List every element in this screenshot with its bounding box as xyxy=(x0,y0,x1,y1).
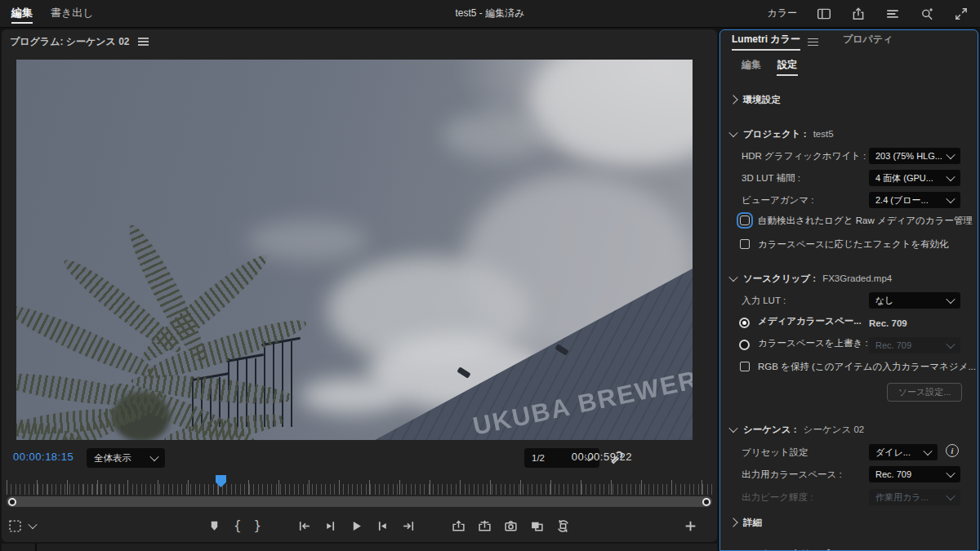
output-peak-label: 出力ピーク輝度 : xyxy=(742,488,813,506)
subtab-edit[interactable]: 編集 xyxy=(742,58,761,72)
timeline-panel-sliver xyxy=(2,544,717,551)
cloud xyxy=(530,60,693,166)
chevron-down-icon xyxy=(728,548,737,551)
section-sequence[interactable]: シーケンス :シーケンス 02 xyxy=(730,420,864,438)
video-frame[interactable]: UKUBA BREWERY xyxy=(16,60,693,440)
override-colorspace-radio[interactable] xyxy=(739,340,750,350)
viewer-gamma-label: ビューアガンマ : xyxy=(742,191,814,209)
hdr-white-dropdown[interactable]: 203 (75% HLG... xyxy=(869,148,960,164)
transport-controls: { } xyxy=(2,513,717,539)
chevron-down-icon xyxy=(728,128,737,137)
viewer-gamma-dropdown[interactable]: 2.4 (ブロー... xyxy=(869,192,960,208)
current-timecode[interactable]: 00:00:18:15 xyxy=(13,451,74,463)
multicam-icon[interactable] xyxy=(556,519,570,533)
export-frame-icon[interactable] xyxy=(504,519,518,533)
section-sequence-clip[interactable]: シーケンスクリップ : FX3Graded.mp4 xyxy=(730,544,910,551)
mark-out-icon[interactable]: } xyxy=(254,519,262,533)
colorspace-effects-label: カラースペースに応じたエフェクトを有効化 xyxy=(758,238,949,251)
media-colorspace-value: Rec. 709 xyxy=(869,314,907,332)
extract-icon[interactable] xyxy=(478,519,492,533)
tab-lumetri-color[interactable]: Lumetri カラー xyxy=(732,33,800,47)
mark-in-icon[interactable]: { xyxy=(234,519,242,533)
panel-menu-icon[interactable] xyxy=(808,36,818,48)
go-to-out-icon[interactable] xyxy=(402,519,416,533)
auto-log-raw-checkbox[interactable] xyxy=(740,216,750,225)
tab-export-mode[interactable]: 書き出し xyxy=(51,0,94,26)
safe-margins-icon[interactable] xyxy=(8,519,22,533)
media-colorspace-label: メディアカラースペー... xyxy=(758,314,862,327)
input-lut-label: 入力 LUT : xyxy=(742,291,786,309)
scrollbar-right-handle[interactable] xyxy=(702,498,710,506)
app-top-bar: test5 - 編集済み 編集 書き出し カラー xyxy=(0,0,980,28)
chevron-down-icon xyxy=(728,273,737,282)
playhead[interactable] xyxy=(216,475,226,487)
monitor-time-ruler[interactable] xyxy=(7,477,712,495)
scrollbar-left-handle[interactable] xyxy=(8,498,16,506)
app-window: test5 - 編集済み 編集 書き出し カラー プログラム: シーケンス 02 xyxy=(0,0,980,551)
panel-menu-icon[interactable] xyxy=(138,36,149,48)
lift-icon[interactable] xyxy=(452,519,466,533)
duration-timecode: 00:00:59:22 xyxy=(572,451,632,463)
tab-edit-mode[interactable]: 編集 xyxy=(11,0,33,26)
workspace-icon[interactable] xyxy=(817,7,831,21)
step-forward-icon[interactable] xyxy=(376,519,390,533)
settings-lines-icon[interactable] xyxy=(885,7,900,21)
tab-properties[interactable]: プロパティ xyxy=(843,33,893,47)
chevron-down-icon xyxy=(728,424,737,433)
colorspace-effects-checkbox[interactable] xyxy=(740,239,750,249)
cloud xyxy=(301,379,402,413)
workspace-label[interactable]: カラー xyxy=(767,7,797,20)
auto-log-raw-label: 自動検出されたログと Raw メディアのカラー管理 xyxy=(758,214,973,227)
fullscreen-icon[interactable] xyxy=(954,7,969,21)
section-project[interactable]: プロジェクト :test5 xyxy=(730,125,834,143)
share-icon[interactable] xyxy=(851,7,866,21)
output-peak-dropdown: 作業用カラ... xyxy=(869,489,960,505)
program-monitor-panel: プログラム: シーケンス 02 UKUBA BREWERY xyxy=(2,29,717,542)
hdr-white-label: HDR グラフィックホワイト : xyxy=(742,147,866,165)
info-icon[interactable]: i xyxy=(946,444,959,457)
step-back-icon[interactable] xyxy=(323,519,337,533)
search-sparkle-icon[interactable] xyxy=(920,7,934,21)
section-details[interactable]: 詳細 xyxy=(730,513,762,531)
output-colorspace-dropdown[interactable]: Rec. 709 xyxy=(869,466,960,482)
cloud xyxy=(443,113,550,158)
chevron-down-icon[interactable] xyxy=(28,520,37,529)
override-colorspace-dropdown: Rec. 709 xyxy=(869,337,960,353)
lut3d-interp-dropdown[interactable]: 4 面体 (GPU... xyxy=(869,170,960,186)
override-colorspace-label: カラースペースを上書き : xyxy=(758,336,868,349)
zoom-level-dropdown[interactable]: 全体表示 xyxy=(87,448,165,468)
input-lut-dropdown[interactable]: なし xyxy=(869,292,960,309)
play-icon[interactable] xyxy=(350,519,363,533)
preserve-rgb-checkbox[interactable] xyxy=(740,362,750,371)
comparison-view-icon[interactable] xyxy=(530,519,544,533)
add-marker-icon[interactable] xyxy=(207,519,221,533)
preset-dropdown[interactable]: ダイレ... xyxy=(869,444,938,460)
section-environment-settings[interactable]: 環境設定 xyxy=(730,91,781,109)
monitor-zoom-scrollbar[interactable] xyxy=(7,496,712,507)
lut3d-interp-label: 3D LUT 補間 : xyxy=(742,169,800,187)
output-colorspace-label: 出力用カラースペース : xyxy=(742,465,842,483)
preset-label: プリセット設定 xyxy=(742,443,808,461)
chevron-right-icon xyxy=(728,518,737,527)
chevron-right-icon xyxy=(728,95,737,104)
media-colorspace-radio[interactable] xyxy=(739,318,750,328)
program-monitor-title: プログラム: シーケンス 02 xyxy=(10,35,130,49)
lumetri-color-panel: Lumetri カラー プロパティ 編集 設定 環境設定 プロジェクト :tes… xyxy=(719,29,978,551)
subtab-settings[interactable]: 設定 xyxy=(777,58,797,72)
preserve-rgb-label: RGB を保持 (このアイテムの入力カラーマネジメ... xyxy=(758,360,976,373)
source-settings-button: ソース設定... xyxy=(887,383,962,402)
section-source-clip[interactable]: ソースクリップ :FX3Graded.mp4 xyxy=(730,269,892,287)
button-editor-plus-icon[interactable] xyxy=(684,519,697,533)
go-to-in-icon[interactable] xyxy=(297,519,311,533)
